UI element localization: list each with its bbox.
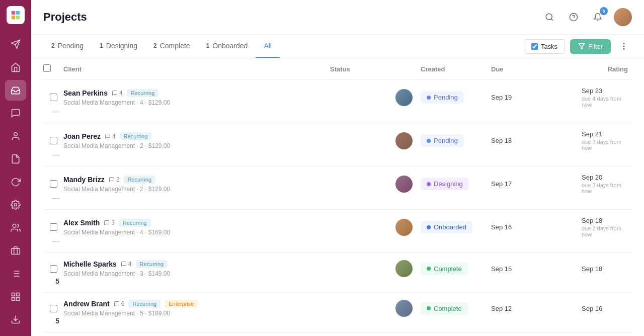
sidebar-item-refresh[interactable] [5,172,26,193]
created-cell-2: Sep 17 [491,180,582,188]
table-header: Client Status Created Due Rating [43,58,632,80]
col-status: Status [330,65,421,73]
client-name-4: Michelle Sparks [63,260,117,268]
tab-all[interactable]: All [256,35,280,58]
tab-complete-label: Complete [160,42,190,50]
sidebar-item-contacts[interactable] [5,126,26,147]
select-all-header[interactable] [43,64,63,73]
status-dot-1 [427,139,431,143]
tag-recurring: Recurring [119,219,151,227]
svg-rect-0 [12,11,15,15]
row-checkbox-3[interactable] [50,223,57,231]
row-checkbox-5[interactable] [50,305,57,312]
rating-cell-3: — [43,237,63,245]
col-due: Due [491,65,582,73]
status-badge-5: Complete [421,302,468,315]
client-name-1: Joan Perez [63,132,101,140]
status-badge-3: Onboarded [421,221,472,233]
client-sub-4: Social Media Management · 3 · $149.00 [63,270,330,277]
status-badge-1: Pending [421,134,464,147]
avatar-4 [395,260,413,277]
sidebar-item-handshake[interactable] [5,217,26,238]
row-checkbox-cell-5[interactable] [43,305,63,312]
table-row[interactable]: Mandy Brizz 2 Recurring Social Media Man… [43,166,632,210]
comment-badge-0: 4 [112,90,123,97]
sidebar-item-send[interactable] [5,34,26,55]
sidebar-item-chat[interactable] [5,103,26,124]
sidebar-item-inbox[interactable] [5,80,26,101]
tasks-label: Tasks [541,43,557,50]
table-row[interactable]: Sean Perkins 4 Recurring Social Media Ma… [43,80,632,123]
avatar-cell-1 [330,132,421,149]
avatar-2 [395,176,413,193]
sidebar-item-list[interactable] [5,263,26,284]
page-title: Projects [43,11,541,24]
row-checkbox-cell-2[interactable] [43,180,63,188]
comment-badge-5: 6 [114,300,125,307]
due-sub-2: due 3 days from now [582,182,632,194]
client-name-3: Alex Smith [63,219,100,227]
tag-recurring: Recurring [120,132,152,140]
sidebar-item-briefcase[interactable] [5,240,26,262]
avatar-cell-4 [330,260,421,277]
status-cell-3: Onboarded [421,221,491,233]
due-cell-1: Sep 21 due 3 days from now [582,130,632,151]
row-checkbox-cell-1[interactable] [43,137,63,144]
filter-button[interactable]: Filter [570,39,611,54]
client-sub-0: Social Media Management · 4 · $129.00 [63,99,330,106]
svg-rect-17 [17,293,20,296]
due-date-5: Sep 16 [582,305,632,312]
client-name-row-3: Alex Smith 3 Recurring [63,219,330,227]
tab-onboarded[interactable]: 1 Onboarded [198,35,256,58]
tag-recurring: Recurring [127,89,159,97]
tasks-button[interactable]: Tasks [524,39,565,54]
rating-cell-2: — [43,194,63,202]
row-checkbox-cell-0[interactable] [43,94,63,101]
sidebar-item-download[interactable] [5,309,26,330]
client-sub-1: Social Media Management · 2 · $129.00 [63,142,330,149]
tab-designing[interactable]: 1 Designing [92,35,145,58]
table-row[interactable]: Michelle Sparks 4 Recurring Social Media… [43,253,632,293]
svg-point-6 [14,132,18,136]
row-checkbox-cell-4[interactable] [43,265,63,273]
help-icon[interactable] [566,9,582,25]
col-rating: Rating [582,65,632,73]
table-row[interactable]: Joan Perez 4 Recurring Social Media Mana… [43,123,632,166]
rating-cell-0: — [43,108,63,116]
sidebar-item-grid[interactable] [5,286,26,307]
row-checkbox-4[interactable] [50,265,57,273]
svg-rect-18 [12,297,15,300]
sidebar-item-home[interactable] [5,57,26,78]
due-cell-0: Sep 23 due 4 days from now [582,87,632,108]
avatar-0 [395,89,413,106]
svg-marker-25 [579,44,585,49]
col-created: Created [421,65,491,73]
app-logo[interactable] [7,6,25,24]
client-name-2: Mandy Brizz [63,176,105,184]
tab-pending[interactable]: 2 Pending [43,35,92,58]
tag-recurring: Recurring [123,176,155,184]
status-badge-2: Designing [421,178,469,190]
sidebar-item-docs[interactable] [5,148,26,170]
tab-complete[interactable]: 2 Complete [145,35,198,58]
notification-count: 6 [600,7,608,15]
status-cell-0: Pending [421,91,491,104]
table-row[interactable]: Andrew Brant 6 RecurringEnterprise Socia… [43,293,632,332]
svg-point-8 [13,224,16,227]
row-checkbox-0[interactable] [50,94,57,101]
due-cell-5: Sep 16 [582,305,632,312]
select-all-checkbox[interactable] [43,64,51,72]
sidebar-item-settings[interactable] [5,195,26,216]
row-checkbox-2[interactable] [50,180,57,188]
svg-point-28 [623,49,624,50]
search-icon[interactable] [541,9,557,25]
client-name-0: Sean Perkins [63,89,108,97]
notification-icon[interactable]: 6 [590,9,606,25]
client-sub-2: Social Media Management · 2 · $129.00 [63,186,330,193]
more-options-button[interactable] [616,38,632,54]
tasks-checkbox[interactable] [531,43,538,50]
user-avatar[interactable] [614,8,632,26]
table-row[interactable]: Alex Smith 3 Recurring Social Media Mana… [43,210,632,253]
row-checkbox-cell-3[interactable] [43,223,63,231]
row-checkbox-1[interactable] [50,137,57,144]
